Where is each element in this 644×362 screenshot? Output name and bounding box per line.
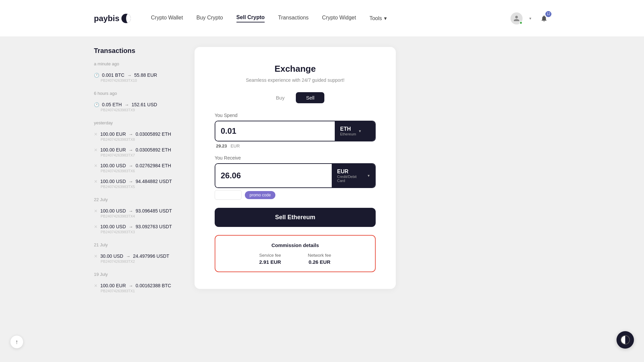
tx-group-label-1: 6 hours ago: [94, 91, 184, 96]
theme-toggle-button[interactable]: [616, 331, 634, 349]
tx-id: PB24074263983TX3: [94, 230, 184, 234]
tx-id: PB24074263983TX8: [94, 137, 184, 141]
list-item[interactable]: ✕ 100.00 EUR → 0.03005892 ETH PB24074263…: [94, 129, 184, 144]
exchange-subtitle: Seamless experience with 24/7 guided sup…: [215, 77, 376, 83]
header: paybis Crypto Wallet Buy Crypto Sell Cry…: [0, 0, 644, 37]
tx-to: 0.02762984 ETH: [136, 163, 171, 168]
tx-id: PB24074263983TX2: [94, 259, 184, 263]
notification-button[interactable]: 12: [538, 12, 550, 24]
receive-input-row: EUR Credit/Debit Card: [215, 163, 376, 188]
sidebar: Transactions a minute ago 🕐 0.001 BTC → …: [94, 47, 184, 352]
clock-icon: 🕐: [94, 102, 99, 107]
nav-sell-crypto[interactable]: Sell Crypto: [236, 14, 265, 22]
commission-title: Commission details: [223, 242, 367, 248]
spend-equiv-currency: EUR: [230, 143, 239, 148]
logo-icon: [121, 14, 131, 23]
notification-badge: 12: [545, 11, 551, 17]
list-item[interactable]: ✕ 100.00 USD → 93.092763 USDT PB24074263…: [94, 221, 184, 237]
arrow-icon: →: [128, 132, 133, 137]
spend-currency-full: Ethereum: [340, 132, 356, 136]
tx-id: PB24074263983TX7: [94, 153, 184, 157]
nav-tools-label: Tools: [369, 15, 382, 21]
sell-tab-button[interactable]: Sell: [296, 92, 324, 103]
you-receive-label: You Receive: [215, 155, 376, 161]
tx-group-label-0: a minute ago: [94, 61, 184, 66]
exchange-panel: Exchange Seamless experience with 24/7 g…: [195, 47, 396, 289]
receive-currency-full: Credit/Debit Card: [337, 175, 365, 183]
service-fee-item: Service fee 2.91 EUR: [259, 253, 281, 265]
cancel-icon: ✕: [94, 224, 98, 229]
list-item[interactable]: ✕ 100.00 USD → 0.02762984 ETH PB24074263…: [94, 160, 184, 176]
nav-buy-crypto[interactable]: Buy Crypto: [196, 15, 223, 22]
user-avatar[interactable]: [511, 12, 523, 24]
receive-amount-input[interactable]: [215, 164, 332, 187]
tx-id: PB24074263983TX6: [94, 169, 184, 173]
spend-currency-selector[interactable]: ETH Ethereum: [335, 121, 375, 141]
commission-details-row: Service fee 2.91 EUR Network fee 0.26 EU…: [223, 253, 367, 265]
tx-from: 30.00 USD: [100, 253, 123, 259]
list-item[interactable]: 🕐 0.05 ETH → 152.61 USD PB24074263983TX9: [94, 99, 184, 115]
main-content: Transactions a minute ago 🕐 0.001 BTC → …: [0, 37, 644, 362]
cancel-icon: ✕: [94, 208, 98, 214]
receive-currency-selector[interactable]: EUR Credit/Debit Card: [332, 164, 375, 187]
cancel-icon: ✕: [94, 163, 98, 168]
tx-to: 0.03005892 ETH: [136, 131, 171, 137]
service-fee-label: Service fee: [259, 253, 281, 258]
receive-currency-name: EUR: [337, 169, 365, 175]
tx-group-label-4: 21 July: [94, 242, 184, 247]
tx-id: PB24074263983TX10: [94, 78, 184, 82]
cancel-icon: ✕: [94, 147, 98, 153]
tx-from: 0.05 ETH: [102, 102, 122, 107]
nav-crypto-wallet[interactable]: Crypto Wallet: [151, 15, 183, 22]
tx-to: 55.88 EUR: [134, 72, 157, 78]
list-item[interactable]: ✕ 100.00 EUR → 0.00162388 BTC PB24074263…: [94, 280, 184, 296]
tx-from: 100.00 USD: [100, 224, 126, 229]
buy-sell-toggle: Buy Sell: [215, 92, 376, 103]
nav-tools[interactable]: Tools ▾: [369, 15, 386, 21]
arrow-icon: →: [128, 208, 133, 214]
network-fee-label: Network fee: [308, 253, 331, 258]
tx-from: 100.00 USD: [100, 179, 126, 184]
sell-button[interactable]: Sell Ethereum: [215, 208, 376, 227]
buy-tab-button[interactable]: Buy: [266, 92, 295, 103]
arrow-icon: →: [128, 163, 133, 168]
service-fee-value: 2.91 EUR: [259, 259, 281, 265]
tx-group-label-2: yesterday: [94, 120, 184, 125]
arrow-icon: →: [128, 147, 133, 153]
nav-crypto-widget[interactable]: Crypto Widget: [322, 15, 356, 22]
spend-currency-chevron-icon: [359, 129, 361, 133]
arrow-icon: →: [128, 224, 133, 229]
tx-group-label-5: 19 July: [94, 272, 184, 277]
tx-id: PB24074263983TX5: [94, 185, 184, 189]
scroll-up-button[interactable]: ↑: [10, 335, 23, 349]
cancel-icon: ✕: [94, 132, 98, 137]
spend-currency-name: ETH: [340, 126, 356, 132]
cancel-icon: ✕: [94, 283, 98, 288]
promo-input[interactable]: [215, 190, 241, 200]
receive-currency-chevron-icon: [368, 173, 370, 178]
list-item[interactable]: 🕐 0.001 BTC → 55.88 EUR PB24074263983TX1…: [94, 70, 184, 85]
spend-input-row: ETH Ethereum: [215, 121, 376, 141]
list-item[interactable]: ✕ 100.00 EUR → 0.03005892 ETH PB24074263…: [94, 144, 184, 160]
sidebar-title: Transactions: [94, 47, 184, 55]
scroll-up-icon: ↑: [15, 339, 18, 346]
list-item[interactable]: ✕ 30.00 USD → 24.497996 USDT PB240742639…: [94, 251, 184, 266]
status-dot: [519, 21, 523, 24]
tx-to: 0.03005892 ETH: [136, 147, 171, 153]
tx-group-label-3: 22 July: [94, 197, 184, 202]
network-fee-value: 0.26 EUR: [308, 259, 331, 265]
list-item[interactable]: ✕ 100.00 USD → 93.096485 USDT PB24074263…: [94, 205, 184, 221]
nav-transactions[interactable]: Transactions: [278, 15, 309, 22]
user-icon: [513, 15, 520, 22]
promo-badge[interactable]: promo code: [245, 191, 275, 199]
clock-icon: 🕐: [94, 73, 99, 78]
theme-toggle-icon: [621, 335, 630, 345]
exchange-title: Exchange: [215, 64, 376, 74]
tx-from: 100.00 USD: [100, 208, 126, 214]
spend-amount-input[interactable]: [215, 121, 335, 141]
logo[interactable]: paybis: [94, 14, 131, 23]
spend-equiv-row: 29.23 EUR: [215, 143, 376, 148]
promo-row: promo code: [215, 190, 376, 200]
list-item[interactable]: ✕ 100.00 USD → 94.484882 USDT PB24074263…: [94, 176, 184, 192]
tx-id: PB24074263983TX1: [94, 289, 184, 293]
